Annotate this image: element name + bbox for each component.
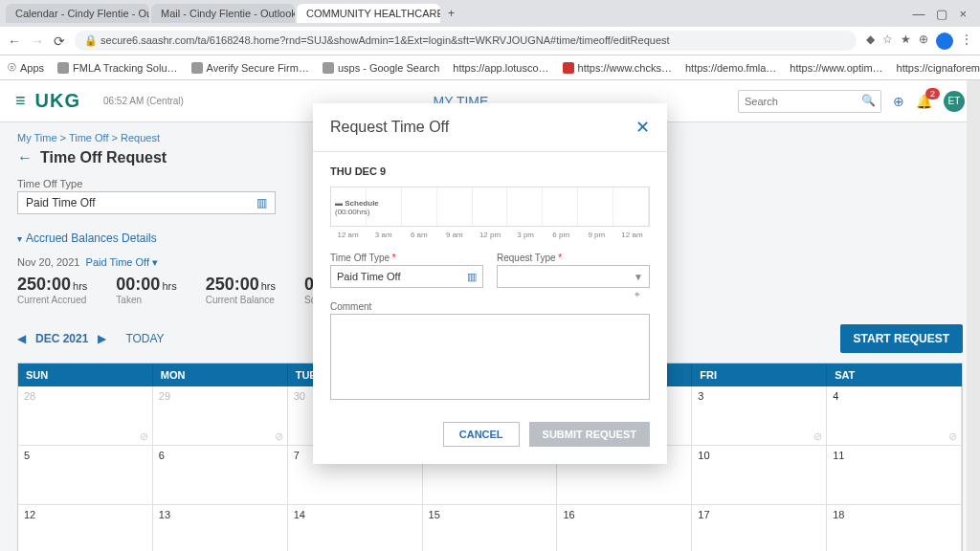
bookmark-item[interactable]: FMLA Tracking Solu…: [57, 62, 177, 74]
extension-icon[interactable]: ☆: [882, 33, 893, 50]
bookmark-item[interactable]: https://cignaforem…: [897, 62, 980, 74]
minimize-icon[interactable]: —: [912, 7, 924, 21]
comment-label: Comment: [330, 301, 650, 312]
tick-label: 12 am: [330, 231, 366, 239]
chevron-down-icon: ▼: [634, 272, 643, 282]
extension-icon[interactable]: ★: [901, 33, 911, 50]
tick-label: 12 pm: [472, 231, 507, 239]
schedule-timeline: ▬ Schedule(00:00hrs): [330, 187, 650, 227]
profile-icon[interactable]: [936, 33, 953, 50]
browser-tab[interactable]: Calendar - Cindy Flentie - Outlo…×: [6, 4, 149, 23]
menu-icon[interactable]: ⋮: [961, 33, 972, 50]
apps-button[interactable]: ⦾ Apps: [8, 61, 44, 74]
extension-icon[interactable]: ⊕: [919, 33, 928, 50]
address-bar[interactable]: 🔒 secure6.saashr.com/ta/6168248.home?rnd…: [75, 31, 857, 51]
tick-label: 9 am: [436, 231, 472, 239]
modal-date: THU DEC 9: [330, 165, 650, 177]
cursor-icon: ⌖: [635, 289, 640, 300]
bookmark-item[interactable]: usps - Google Search: [323, 62, 439, 74]
tick-label: 12 am: [614, 231, 650, 239]
modal-title: Request Time Off: [330, 119, 449, 136]
submit-request-button[interactable]: SUBMIT REQUEST: [529, 422, 650, 447]
tick-label: 3 am: [366, 231, 401, 239]
tick-label: 3 pm: [508, 231, 544, 239]
bookmark-item[interactable]: https://www.chcks…: [563, 62, 672, 74]
modal-timeoff-type-select[interactable]: Paid Time Off ▥: [330, 265, 483, 288]
tick-label: 9 pm: [579, 231, 614, 239]
forward-icon[interactable]: →: [31, 33, 44, 49]
reload-icon[interactable]: ⟳: [54, 33, 65, 49]
bookmarks-bar: ⦾ Apps FMLA Tracking Solu… Averify Secur…: [0, 55, 980, 80]
browser-tab[interactable]: COMMUNITY HEALTHCARE SY…×: [297, 4, 440, 23]
lookup-icon[interactable]: ▥: [467, 271, 477, 283]
close-window-icon[interactable]: ×: [959, 7, 967, 21]
tick-label: 6 pm: [544, 231, 579, 239]
browser-tab[interactable]: Mail - Cindy Flentie - Outlook×: [151, 4, 295, 23]
bookmark-item[interactable]: https://www.optim…: [790, 62, 882, 74]
maximize-icon[interactable]: ▢: [936, 7, 947, 21]
request-timeoff-modal: Request Time Off ✕ THU DEC 9 ▬ Schedule(…: [313, 103, 667, 464]
extension-icon[interactable]: ◆: [866, 33, 875, 50]
bookmark-item[interactable]: https://demo.fmla…: [685, 62, 776, 74]
new-tab-button[interactable]: +: [442, 7, 460, 20]
close-icon[interactable]: ✕: [635, 117, 650, 138]
back-icon[interactable]: ←: [8, 33, 21, 49]
cancel-button[interactable]: CANCEL: [443, 422, 520, 447]
comment-textarea[interactable]: [330, 314, 650, 400]
bookmark-item[interactable]: Averify Secure Firm…: [191, 62, 309, 74]
tick-label: 6 am: [401, 231, 436, 239]
bookmark-item[interactable]: https://app.lotusco…: [453, 62, 548, 74]
request-type-select[interactable]: ▼: [497, 265, 650, 288]
modal-overlay: Request Time Off ✕ THU DEC 9 ▬ Schedule(…: [0, 80, 980, 551]
browser-tabbar: Calendar - Cindy Flentie - Outlo…× Mail …: [0, 0, 980, 27]
